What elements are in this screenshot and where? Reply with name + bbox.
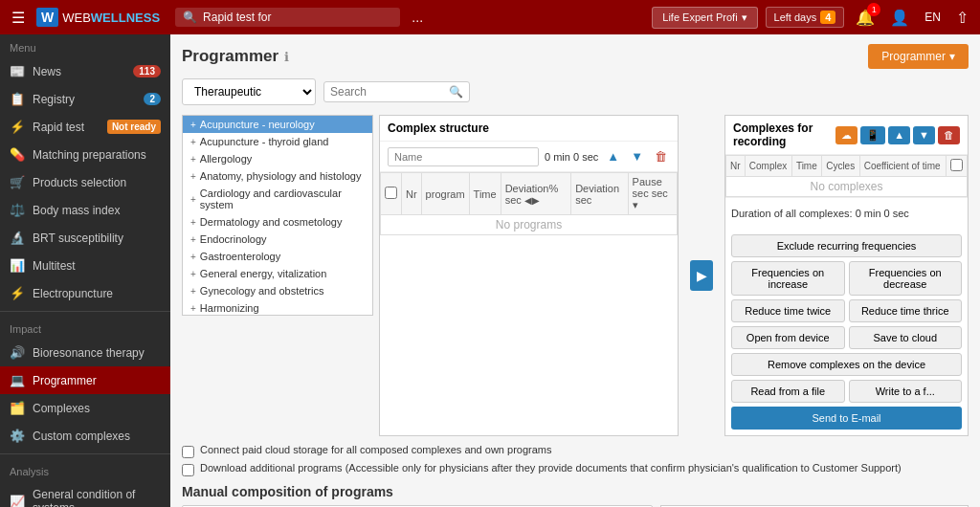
freq-increase-button[interactable]: Frequencies on increase <box>731 261 845 296</box>
hamburger-button[interactable]: ☰ <box>8 5 29 31</box>
action-panel: Exclude recurring frequencies Frequencie… <box>725 229 968 435</box>
sidebar-item-products-selection[interactable]: 🛒 Products selection <box>0 168 170 196</box>
menu-label: Menu <box>0 34 170 57</box>
rec-select-all[interactable] <box>950 159 963 171</box>
sidebar-item-multitest[interactable]: 📊 Multitest <box>0 252 170 279</box>
main-content: Programmer ℹ Programmer ▾ Theraupeutic 🔍 <box>170 34 980 507</box>
registry-icon: 📋 <box>10 92 25 106</box>
chevron-down-icon: ▾ <box>742 11 747 24</box>
cloud-button[interactable]: ☁ <box>835 126 858 144</box>
sidebar-divider <box>0 311 170 312</box>
tree-item-gastroenterology[interactable]: + Gastroenterology <box>183 248 372 265</box>
sidebar-item-matching-preparations[interactable]: 💊 Matching preparations <box>0 141 170 168</box>
left-section: + Acupuncture - neurology + Acupuncture … <box>182 115 679 436</box>
life-expert-button[interactable]: Life Expert Profi ▾ <box>652 7 757 29</box>
programs-table: Nr program Time Deviation% sec ◀▶ Deviat… <box>380 172 678 435</box>
delete-button[interactable]: 🗑 <box>652 146 670 166</box>
tree-item-label: Gastroenterology <box>200 251 280 262</box>
recording-table: Nr Complex Time Cycles Coefficient of ti… <box>725 155 968 197</box>
info-icon[interactable]: ℹ <box>284 50 289 64</box>
recording-header: Complexes for recording ☁ 📱 ▲ ▼ 🗑 <box>725 116 968 155</box>
expand-icon: + <box>190 269 196 279</box>
user-avatar-button[interactable]: 👤 <box>886 5 913 31</box>
tree-item-gynecology[interactable]: + Gynecology and obstetrics <box>183 282 372 299</box>
device-button[interactable]: 📱 <box>860 126 885 144</box>
tree-item-acupuncture-thyroid[interactable]: + Acupuncture - thyroid gland <box>183 133 372 150</box>
tree-item-label: Cardiology and cardiovascular system <box>200 187 365 210</box>
recording-panel: Complexes for recording ☁ 📱 ▲ ▼ 🗑 Nr <box>724 115 969 436</box>
download-programs-label: Download additional programs (Accessible… <box>200 462 902 474</box>
sidebar-item-news[interactable]: 📰 News 113 <box>0 57 170 85</box>
sidebar-item-bioresonance[interactable]: 🔊 Bioresonance therapy <box>0 339 170 366</box>
sidebar-item-programmer[interactable]: 💻 Programmer <box>0 366 170 394</box>
sidebar-item-brt[interactable]: 🔬 BRT susceptibility <box>0 224 170 252</box>
sidebar-item-registry[interactable]: 📋 Registry 2 <box>0 85 170 113</box>
tree-item-harmonizing[interactable]: + Harmonizing <box>183 299 372 316</box>
send-email-button[interactable]: Send to E-mail <box>731 407 962 430</box>
open-device-button[interactable]: Open from device <box>731 326 845 349</box>
add-to-recording-button[interactable]: ▶ <box>690 260 713 291</box>
sidebar-item-label: Products selection <box>33 176 161 189</box>
dots-button[interactable]: ... <box>408 6 427 29</box>
category-search-input[interactable] <box>330 85 445 99</box>
complexes-icon: 🗂️ <box>10 401 25 415</box>
programmer-button[interactable]: Programmer ▾ <box>868 44 969 69</box>
delete-rec-button[interactable]: 🗑 <box>938 126 960 144</box>
logo-text: WEBWELLNESS <box>62 11 160 25</box>
duration-section: Duration of all complexes: 0 min 0 sec <box>725 197 968 229</box>
remove-complexes-button[interactable]: Remove complexes on the device <box>731 353 962 376</box>
reduce-thrice-button[interactable]: Reduce time thrice <box>849 299 963 322</box>
sidebar-item-custom-complexes[interactable]: ⚙️ Custom complexes <box>0 422 170 450</box>
share-button[interactable]: ⇧ <box>952 5 972 31</box>
tree-item-dermatology[interactable]: + Dermatology and cosmetology <box>183 213 372 231</box>
therapeutic-select[interactable]: Theraupeutic <box>182 78 316 105</box>
tree-item-allergology[interactable]: + Allergology <box>183 150 372 167</box>
notification-badge: 1 <box>867 3 880 16</box>
complex-name-input[interactable] <box>388 147 539 166</box>
search-input-container[interactable]: 🔍 <box>323 81 470 102</box>
tree-item-acupuncture-neurology[interactable]: + Acupuncture - neurology <box>183 116 372 133</box>
download-programs-checkbox[interactable] <box>182 464 194 476</box>
tree-item-cardiology[interactable]: + Cardiology and cardiovascular system <box>183 185 372 213</box>
save-cloud-button[interactable]: Save to cloud <box>849 326 963 349</box>
move-up-rec-button[interactable]: ▲ <box>888 126 910 144</box>
tree-item-anatomy[interactable]: + Anatomy, physiology and histology <box>183 167 372 185</box>
sidebar-item-complexes[interactable]: 🗂️ Complexes <box>0 394 170 422</box>
page-header: Programmer ℹ Programmer ▾ <box>182 44 969 69</box>
rec-col-nr: Nr <box>726 156 746 177</box>
sidebar-item-body-mass[interactable]: ⚖️ Body mass index <box>0 196 170 224</box>
tree-item-label: Acupuncture - thyroid gland <box>200 136 329 147</box>
expand-icon: + <box>190 194 196 205</box>
arrow-col: ▶ <box>688 115 715 436</box>
move-down-rec-button[interactable]: ▼ <box>913 126 935 144</box>
reduce-twice-button[interactable]: Reduce time twice <box>731 299 845 322</box>
read-file-button[interactable]: Read from a file <box>731 380 845 403</box>
move-up-button[interactable]: ▲ <box>604 146 622 166</box>
top-controls: Theraupeutic 🔍 <box>182 78 969 105</box>
page-title: Programmer <box>182 47 278 66</box>
search-input[interactable] <box>203 11 392 24</box>
paid-cloud-row: Connect paid cloud storage for all compo… <box>182 444 969 458</box>
select-all-checkbox[interactable] <box>385 187 397 199</box>
programmer-btn-label: Programmer <box>881 50 946 63</box>
col-program: program <box>421 173 469 215</box>
logo-w: W <box>36 8 58 27</box>
sidebar: Menu 📰 News 113 📋 Registry 2 ⚡ Rapid tes… <box>0 34 170 507</box>
sidebar-item-electropuncture[interactable]: ⚡ Electropuncture <box>0 279 170 307</box>
paid-cloud-checkbox[interactable] <box>182 446 194 458</box>
sidebar-item-rapid-test[interactable]: ⚡ Rapid test Not ready <box>0 113 170 141</box>
tree-item-general-energy[interactable]: + General energy, vitalization <box>183 265 372 282</box>
search-bar[interactable]: 🔍 <box>175 8 400 27</box>
move-down-button[interactable]: ▼ <box>628 146 646 166</box>
freq-decrease-button[interactable]: Frequencies on decrease <box>849 261 963 296</box>
write-file-button[interactable]: Write to a f... <box>849 380 963 403</box>
exclude-recurring-button[interactable]: Exclude recurring frequencies <box>731 234 962 257</box>
col-checkbox <box>381 173 402 215</box>
sidebar-item-general-condition[interactable]: 📈 General condition of systems <box>0 481 170 507</box>
registry-badge: 2 <box>144 93 161 105</box>
notifications-button[interactable]: 🔔 1 <box>852 5 879 31</box>
expand-icon: + <box>190 286 196 297</box>
language-button[interactable]: EN <box>921 7 945 28</box>
tree-item-endocrinology[interactable]: + Endocrinology <box>183 231 372 248</box>
no-complexes-text: No complexes <box>726 177 968 197</box>
